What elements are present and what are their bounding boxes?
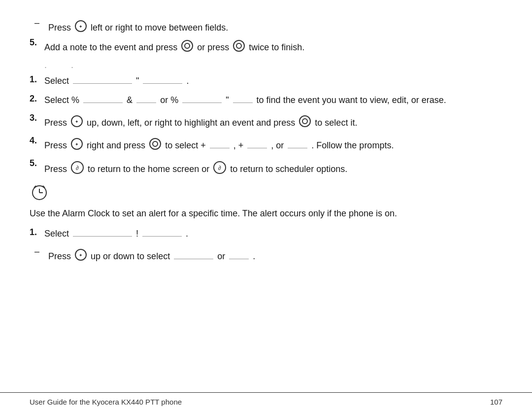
item-number: 5. — [30, 37, 44, 48]
alarm-icon — [30, 194, 49, 204]
section2-item3: 3. Press ✦ up, down, left, or right to h… — [30, 113, 502, 130]
back-icon: ∂ — [213, 161, 227, 174]
footer-right: 107 — [490, 398, 502, 406]
svg-point-2 — [182, 40, 193, 51]
item-content: Select ! . — [44, 227, 502, 240]
svg-point-8 — [299, 116, 310, 127]
item-number: 4. — [30, 136, 44, 146]
svg-point-4 — [233, 40, 244, 51]
footer-left: User Guide for the Kyocera KX440 PTT pho… — [30, 398, 182, 406]
section2-item4: 4. Press ✦ right and press to select + ,… — [30, 136, 502, 152]
item-content: Select % & or % " to find the event you … — [44, 94, 502, 107]
blank-placeholder — [83, 103, 123, 103]
nav-icon-alarm: ✦ — [74, 248, 87, 261]
item-content: Select " . — [44, 74, 502, 88]
alarm-item1: 1. Select ! . — [30, 227, 502, 240]
item-number: 1. — [30, 227, 44, 238]
blank-placeholder — [142, 236, 182, 237]
dash: – — [34, 246, 44, 257]
alarm-icon-wrapper — [30, 182, 502, 204]
svg-point-5 — [236, 43, 241, 48]
alarm-item1-sub: – Press ✦ up or down to select or . — [34, 246, 502, 263]
item-content: Press ✦ up, down, left, or right to high… — [44, 113, 502, 130]
item-content: Add a note to the event and press or pre… — [44, 37, 502, 54]
page-content: – Press ✦ left or right to move between … — [0, 0, 532, 392]
blank-placeholder — [182, 103, 222, 103]
sub-content: Press ✦ up or down to select or . — [48, 246, 502, 263]
sub-intro-text: Press ✦ left or right to move between fi… — [48, 18, 502, 34]
svg-text:✦: ✦ — [79, 253, 83, 258]
section2-item5: 5. Press ∂ to return to the home screen … — [30, 158, 502, 176]
ok-icon-3 — [299, 115, 311, 128]
nav-icon: ✦ — [74, 20, 87, 33]
blank-placeholder — [247, 148, 267, 148]
item-number: 2. — [30, 94, 44, 104]
nav-icon-2: ✦ — [70, 115, 83, 128]
section2-item2: 2. Select % & or % " to find the event y… — [30, 94, 502, 107]
blank-placeholder — [143, 83, 182, 84]
section1-item5: 5. Add a note to the event and press or … — [30, 37, 502, 54]
svg-text:∂: ∂ — [218, 165, 221, 171]
item-number: 5. — [30, 158, 44, 169]
svg-text:∂: ∂ — [76, 165, 79, 171]
svg-point-3 — [185, 43, 190, 48]
blank-placeholder — [174, 259, 213, 259]
ok-icon-2 — [233, 39, 245, 52]
svg-text:✦: ✦ — [79, 24, 83, 29]
blank-placeholder — [288, 148, 307, 148]
blank-placeholder — [210, 148, 230, 148]
svg-point-13 — [153, 141, 158, 146]
alarm-section: Use the Alarm Clock to set an alert for … — [30, 182, 502, 263]
item-content: Press ∂ to return to the home screen or … — [44, 158, 502, 176]
item-number: 3. — [30, 113, 44, 123]
svg-text:✦: ✦ — [75, 119, 79, 124]
blank-placeholder — [136, 103, 156, 103]
svg-point-9 — [302, 119, 307, 124]
blank-placeholder — [229, 259, 249, 259]
blank-placeholder — [73, 236, 132, 237]
item-number: 1. — [30, 74, 44, 85]
dash: – — [34, 18, 44, 28]
separator-dots: . . — [44, 60, 502, 70]
svg-text:✦: ✦ — [75, 142, 79, 147]
ok-icon-4 — [149, 137, 162, 150]
sub-intro-item: – Press ✦ left or right to move between … — [34, 18, 502, 34]
section2-item1: 1. Select " . — [30, 74, 502, 88]
end-icon: ∂ — [70, 161, 84, 174]
alarm-description: Use the Alarm Clock to set an alert for … — [30, 207, 502, 220]
item-content: Press ✦ right and press to select + , + … — [44, 136, 502, 152]
blank-placeholder — [233, 103, 253, 103]
nav-icon-3: ✦ — [70, 137, 83, 150]
svg-point-12 — [150, 138, 161, 149]
page-footer: User Guide for the Kyocera KX440 PTT pho… — [0, 392, 532, 411]
ok-icon-1 — [181, 39, 194, 52]
blank-placeholder — [73, 83, 132, 84]
